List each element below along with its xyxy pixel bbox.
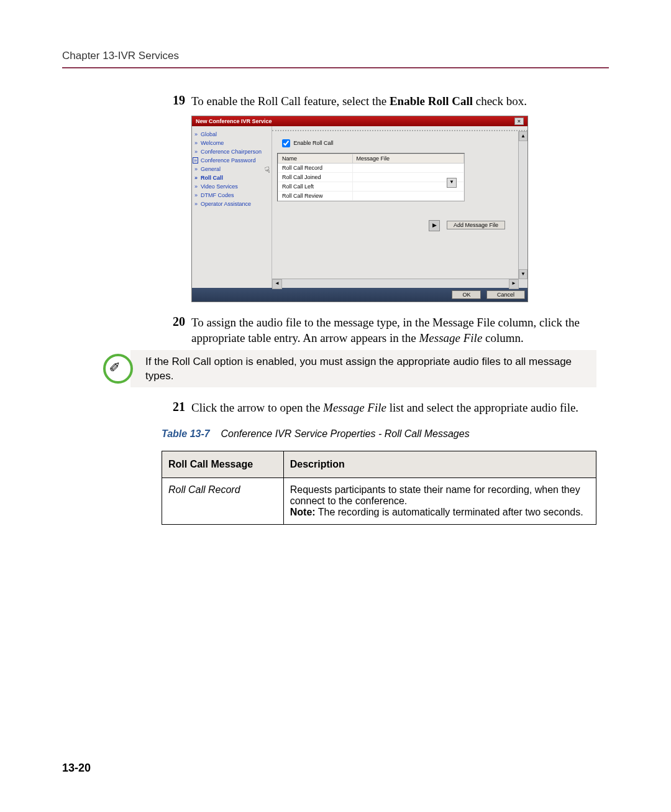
row-record-file[interactable] bbox=[352, 163, 463, 172]
vertical-scrollbar[interactable]: ▲ ▼ bbox=[518, 131, 527, 288]
dialog-title: New Conference IVR Service bbox=[196, 118, 272, 124]
dialog-main-pane: Enable Roll Call Name Message File Roll … bbox=[272, 130, 527, 288]
col-message-file[interactable]: Message File bbox=[352, 154, 463, 163]
step-20-text-c: column. bbox=[482, 331, 524, 344]
row-rollcall-record-desc: Requests participants to state their nam… bbox=[283, 478, 596, 524]
note-text: If the Roll Call option is enabled, you … bbox=[139, 354, 590, 384]
step-21: 21 Click the arrow to open the Message F… bbox=[162, 400, 596, 416]
step-21-text-b: Message File bbox=[323, 401, 386, 414]
step-21-text-a: Click the arrow to open the bbox=[191, 401, 323, 414]
step-19-text-c: check box. bbox=[473, 95, 527, 108]
step-number: 19 bbox=[162, 93, 191, 108]
row-left[interactable]: Roll Call Left bbox=[278, 182, 353, 191]
sidebar-item-video[interactable]: Video Services bbox=[194, 182, 269, 191]
add-message-file-button[interactable]: Add Message File bbox=[447, 221, 505, 229]
header-rule bbox=[62, 67, 609, 68]
step-number: 20 bbox=[162, 315, 191, 329]
sidebar-item-welcome[interactable]: Welcome bbox=[194, 139, 269, 147]
step-text: To enable the Roll Call feature, select … bbox=[191, 93, 596, 109]
desc-note-label: Note: bbox=[290, 507, 316, 517]
step-20-text-b: Message File bbox=[419, 331, 482, 344]
dialog-sidebar: Global Welcome Conference Chairperson Co… bbox=[192, 126, 272, 288]
horizontal-scrollbar[interactable]: ◄ ► bbox=[272, 279, 527, 288]
add-message-row: ▶ Add Message File bbox=[277, 220, 523, 231]
row-review[interactable]: Roll Call Review bbox=[278, 191, 353, 200]
chapter-header: Chapter 13-IVR Services bbox=[62, 50, 609, 67]
enable-rollcall-checkbox[interactable] bbox=[282, 139, 290, 147]
sidebar-item-operator[interactable]: Operator Assistance bbox=[194, 200, 269, 208]
sidebar-item-general[interactable]: General bbox=[194, 165, 269, 173]
note-icon bbox=[103, 354, 133, 384]
step-21-text-c: list and select the appropriate audio fi… bbox=[386, 401, 578, 414]
step-text: To assign the audio file to the message … bbox=[191, 315, 596, 346]
scroll-down-icon[interactable]: ▼ bbox=[519, 269, 527, 279]
dialog-button-bar: OK Cancel bbox=[192, 288, 527, 302]
dialog-titlebar: New Conference IVR Service × bbox=[192, 116, 527, 126]
row-rollcall-record-name: Roll Call Record bbox=[162, 478, 284, 524]
desc-note-text: The recording is automatically terminate… bbox=[316, 507, 583, 517]
page-number: 13-20 bbox=[62, 762, 91, 775]
sidebar-item-password[interactable]: Conference Password bbox=[194, 156, 269, 165]
sidebar-item-global[interactable]: Global bbox=[194, 130, 269, 139]
desc-text-a: Requests participants to state their nam… bbox=[290, 484, 580, 506]
table-caption-text: Conference IVR Service Properties - Roll… bbox=[221, 428, 469, 439]
table-caption-label: Table 13-7 bbox=[162, 428, 210, 439]
col-name[interactable]: Name bbox=[278, 154, 353, 163]
rollcall-messages-table: Roll Call Message Description Roll Call … bbox=[162, 451, 596, 525]
step-text: Click the arrow to open the Message File… bbox=[191, 400, 596, 416]
row-record[interactable]: Roll Call Record bbox=[278, 163, 353, 172]
row-review-file[interactable] bbox=[352, 191, 463, 200]
row-joined[interactable]: Roll Call Joined bbox=[278, 172, 353, 182]
play-icon[interactable]: ▶ bbox=[429, 220, 440, 231]
dialog-screenshot: New Conference IVR Service × Global Welc… bbox=[191, 116, 528, 302]
cancel-button[interactable]: Cancel bbox=[486, 290, 525, 299]
step-19-text-a: To enable the Roll Call feature, select … bbox=[191, 95, 390, 108]
step-19-text-b: Enable Roll Call bbox=[390, 95, 473, 108]
ok-button[interactable]: OK bbox=[452, 290, 481, 299]
note-block: If the Roll Call option is enabled, you … bbox=[130, 350, 596, 387]
step-number: 21 bbox=[162, 400, 191, 414]
close-icon[interactable]: × bbox=[514, 118, 524, 125]
dialog-body: Global Welcome Conference Chairperson Co… bbox=[192, 126, 527, 288]
dropdown-arrow-icon[interactable]: ▼ bbox=[447, 178, 457, 188]
sidebar-item-rollcall[interactable]: Roll Call bbox=[194, 173, 269, 182]
message-table: Name Message File Roll Call Record Roll … bbox=[277, 153, 465, 201]
scroll-up-icon[interactable]: ▲ bbox=[519, 131, 527, 141]
step-19: 19 To enable the Roll Call feature, sele… bbox=[162, 93, 596, 109]
col-rollcall-message: Roll Call Message bbox=[162, 451, 284, 478]
enable-rollcall-row: Enable Roll Call bbox=[280, 137, 523, 149]
enable-rollcall-label: Enable Roll Call bbox=[294, 140, 334, 146]
col-description: Description bbox=[283, 451, 596, 478]
table-caption: Table 13-7 Conference IVR Service Proper… bbox=[162, 428, 596, 440]
sidebar-item-dtmf[interactable]: DTMF Codes bbox=[194, 191, 269, 200]
step-20: 20 To assign the audio file to the messa… bbox=[162, 315, 596, 346]
scroll-left-icon[interactable]: ◄ bbox=[272, 279, 282, 289]
sidebar-item-chairperson[interactable]: Conference Chairperson bbox=[194, 147, 269, 156]
scroll-right-icon[interactable]: ► bbox=[509, 279, 519, 289]
